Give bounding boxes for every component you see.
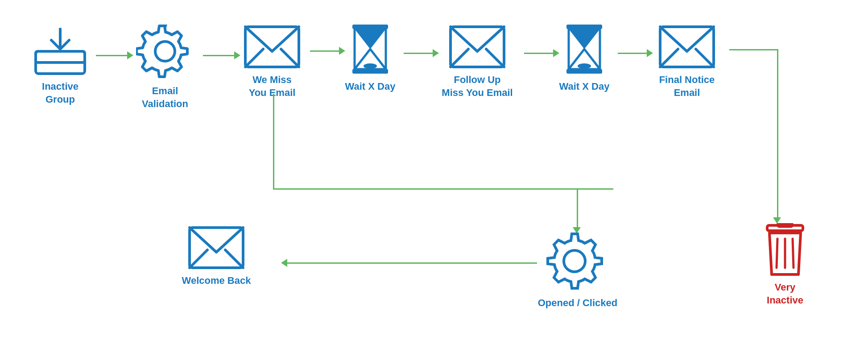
workflow-diagram: InactiveGroup EmailValidation (0, 0, 868, 353)
gear-icon-2 (546, 230, 609, 292)
svg-line-14 (486, 49, 504, 67)
wait2-label: Wait X Day (559, 80, 610, 93)
svg-line-27 (793, 239, 794, 268)
we-miss-you-label: We MissYou Email (249, 74, 296, 99)
trash-icon (761, 223, 810, 277)
inactive-group-node: InactiveGroup (25, 27, 96, 106)
final-notice-label: Final NoticeEmail (659, 74, 715, 99)
wait2-node: Wait X Day (553, 22, 616, 93)
welcome-back-label: Welcome Back (182, 274, 251, 287)
envelope-icon-3 (658, 25, 716, 69)
gear-icon (136, 22, 194, 80)
svg-point-17 (578, 63, 591, 69)
we-miss-you-node: We MissYou Email (236, 25, 308, 99)
svg-point-28 (564, 250, 585, 272)
hourglass-icon-1 (348, 22, 393, 76)
arrow-head-very-inactive (773, 217, 781, 224)
svg-rect-15 (566, 25, 602, 29)
svg-line-30 (190, 250, 207, 268)
svg-point-9 (364, 63, 377, 69)
arrow-we-miss-you-down (273, 94, 274, 190)
svg-rect-1 (36, 51, 85, 62)
welcome-back-node: Welcome Back (174, 225, 259, 287)
arrow-6 (618, 49, 653, 57)
arrow-final-right (729, 49, 778, 50)
inbox-icon (33, 27, 87, 76)
arrow-bottom-horizontal (273, 188, 613, 190)
final-notice-node: Final NoticeEmail (649, 25, 725, 99)
arrow-2 (203, 51, 240, 59)
arrow-to-welcome-back (281, 259, 537, 267)
arrow-to-opened-down (577, 188, 578, 228)
arrow-1 (96, 51, 133, 59)
svg-line-5 (245, 49, 263, 67)
opened-clicked-node: Opened / Clicked (535, 230, 620, 310)
opened-clicked-label: Opened / Clicked (538, 297, 618, 310)
envelope-icon-2 (448, 25, 506, 69)
svg-line-13 (451, 49, 468, 67)
inactive-group-label: InactiveGroup (42, 80, 79, 106)
arrow-final-down (777, 49, 778, 219)
hourglass-icon-2 (562, 22, 607, 76)
svg-line-6 (281, 49, 299, 67)
svg-line-26 (777, 239, 777, 268)
very-inactive-node: VeryInactive (749, 223, 821, 307)
svg-line-31 (225, 250, 243, 268)
envelope-icon-1 (243, 25, 301, 69)
wait1-label: Wait X Day (345, 80, 396, 93)
follow-up-node: Follow UpMiss You Email (433, 25, 522, 99)
svg-point-3 (155, 42, 175, 61)
follow-up-label: Follow UpMiss You Email (442, 74, 513, 99)
very-inactive-label: VeryInactive (767, 281, 803, 307)
wait1-node: Wait X Day (339, 22, 401, 93)
svg-line-22 (696, 49, 714, 67)
envelope-icon-4 (187, 225, 245, 270)
svg-line-21 (660, 49, 678, 67)
svg-rect-7 (352, 25, 388, 29)
email-validation-label: EmailValidation (142, 85, 188, 110)
email-validation-node: EmailValidation (129, 22, 201, 110)
